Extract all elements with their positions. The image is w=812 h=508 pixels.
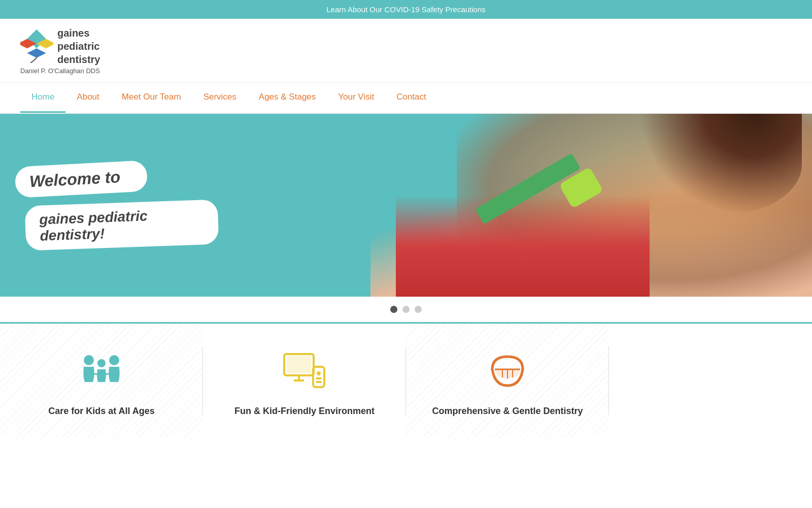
logo-area[interactable]: gaines pediatric dentistry Daniel P. O'C… <box>20 26 100 75</box>
welcome-badge-line1: Welcome to <box>15 160 148 198</box>
nav-item-contact[interactable]: Contact <box>385 83 437 113</box>
hero-image <box>370 114 812 297</box>
nav-link-services[interactable]: Services <box>192 83 248 111</box>
feature-fun-environment: Fun & Kid-Friendly Environment <box>203 324 406 438</box>
nav-link-meet-our-team[interactable]: Meet Our Team <box>111 83 192 111</box>
nav-item-home[interactable]: Home <box>20 83 65 113</box>
nav-link-ages-stages[interactable]: Ages & Stages <box>248 83 327 111</box>
nav-link-about[interactable]: About <box>65 83 110 111</box>
feature-extra <box>609 324 812 438</box>
screen-icon <box>282 349 327 395</box>
feature-title-care-kids: Care for Kids at All Ages <box>48 405 155 418</box>
features-section: Care for Kids at All Ages Fun & Kid-Frie… <box>0 324 812 438</box>
svg-rect-16 <box>316 381 322 383</box>
hero-text-area: Welcome to gaines pediatric dentistry! <box>0 114 254 297</box>
svg-point-4 <box>84 355 94 365</box>
svg-marker-3 <box>27 48 46 58</box>
slider-dot-3[interactable] <box>415 306 422 313</box>
welcome-badge-line2: gaines pediatric dentistry! <box>25 199 219 250</box>
nav-item-your-visit[interactable]: Your Visit <box>327 83 385 113</box>
svg-point-6 <box>109 355 119 365</box>
nav-link-your-visit[interactable]: Your Visit <box>327 83 385 111</box>
nav-item-ages-stages[interactable]: Ages & Stages <box>248 83 327 113</box>
family-icon <box>79 349 124 395</box>
kite-logo-icon <box>20 28 53 64</box>
svg-rect-15 <box>316 377 322 379</box>
covid-banner[interactable]: Learn About Our COVID-19 Safety Precauti… <box>0 0 812 19</box>
site-header: gaines pediatric dentistry Daniel P. O'C… <box>0 19 812 83</box>
svg-line-7 <box>93 373 97 374</box>
nav-item-meet-our-team[interactable]: Meet Our Team <box>111 83 192 113</box>
svg-point-5 <box>97 359 106 367</box>
svg-rect-13 <box>313 367 324 387</box>
feature-title-fun-environment: Fun & Kid-Friendly Environment <box>234 405 375 418</box>
logo-text: gaines pediatric dentistry <box>57 26 100 66</box>
slider-dots <box>0 297 812 324</box>
svg-line-8 <box>106 373 110 374</box>
nav-link-home[interactable]: Home <box>20 83 65 113</box>
logo-graphic: gaines pediatric dentistry <box>20 26 100 66</box>
feature-title-comprehensive: Comprehensive & Gentle Dentistry <box>432 405 583 418</box>
nav-item-about[interactable]: About <box>65 83 110 113</box>
main-nav: Home About Meet Our Team Services Ages &… <box>0 83 812 114</box>
svg-point-14 <box>317 371 321 375</box>
svg-rect-10 <box>287 356 311 373</box>
slider-dot-2[interactable] <box>402 306 410 313</box>
feature-care-kids: Care for Kids at All Ages <box>0 324 203 438</box>
nav-link-contact[interactable]: Contact <box>385 83 437 111</box>
smile-icon <box>485 349 530 395</box>
nav-item-services[interactable]: Services <box>192 83 248 113</box>
logo-subtitle: Daniel P. O'Callaghan DDS <box>20 67 100 75</box>
hero-section: Welcome to gaines pediatric dentistry! <box>0 114 812 297</box>
banner-text: Learn About Our COVID-19 Safety Precauti… <box>326 5 486 14</box>
slider-dot-1[interactable] <box>390 306 397 313</box>
feature-comprehensive: Comprehensive & Gentle Dentistry <box>406 324 609 438</box>
